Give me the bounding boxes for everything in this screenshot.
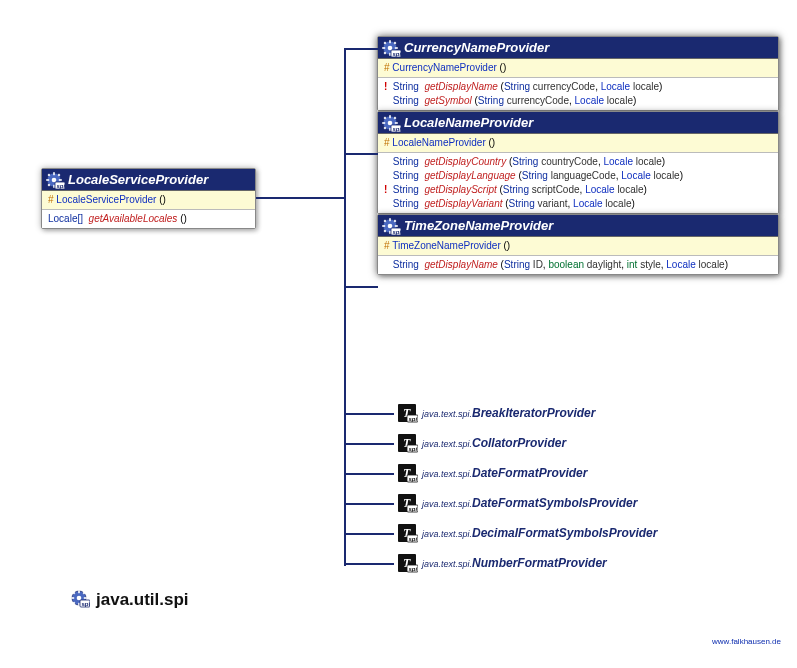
title-text: LocaleNameProvider [404,115,533,130]
methods-section: String getDisplayCountry (String country… [378,153,778,213]
external-ref-collator-provider[interactable]: java.text.spi.CollatorProvider [398,436,566,450]
gear-spi-icon [45,171,63,189]
title-text: CurrencyNameProvider [404,40,549,55]
class-currency-name-provider: CurrencyNameProvider # CurrencyNameProvi… [377,36,779,111]
package-label: java.util.spi [70,590,189,610]
connector-line [344,413,394,415]
external-ref-date-format-symbols-provider[interactable]: java.text.spi.DateFormatSymbolsProvider [398,496,637,510]
external-ref-date-format-provider[interactable]: java.text.spi.DateFormatProvider [398,466,587,480]
connector-line [344,153,378,155]
class-time-zone-name-provider: TimeZoneNameProvider # TimeZoneNameProvi… [377,214,779,275]
methods-section: String getDisplayName (String ID, boolea… [378,256,778,274]
methods-section: ! String getDisplayName (String currency… [378,78,778,110]
title-text: LocaleServiceProvider [68,172,208,187]
external-ref-break-iterator-provider[interactable]: java.text.spi.BreakIteratorProvider [398,406,595,420]
connector-line [344,286,378,288]
external-ref-number-format-provider[interactable]: java.text.spi.NumberFormatProvider [398,556,607,570]
class-title: LocaleNameProvider [378,112,778,134]
class-locale-service-provider: LocaleServiceProvider # LocaleServicePro… [41,168,256,229]
type-spi-icon [398,434,416,452]
type-spi-icon [398,554,416,572]
constructor-section: # TimeZoneNameProvider () [378,237,778,256]
type-spi-icon [398,494,416,512]
connector-line [344,48,378,50]
connector-line [256,197,346,199]
gear-spi-icon [70,589,88,607]
gear-spi-icon [381,217,399,235]
methods-section: Locale[] getAvailableLocales () [42,210,255,228]
gear-spi-icon [381,114,399,132]
class-title: CurrencyNameProvider [378,37,778,59]
class-title: LocaleServiceProvider [42,169,255,191]
class-locale-name-provider: LocaleNameProvider # LocaleNameProvider … [377,111,779,214]
children-group: CurrencyNameProvider # CurrencyNameProvi… [377,36,779,275]
credit-link[interactable]: www.falkhausen.de [712,637,781,646]
connector-line [344,533,394,535]
constructor-section: # CurrencyNameProvider () [378,59,778,78]
gear-spi-icon [381,39,399,57]
type-spi-icon [398,464,416,482]
connector-line [344,563,394,565]
connector-line [344,503,394,505]
connector-line [344,473,394,475]
connector-line [344,48,346,566]
class-title: TimeZoneNameProvider [378,215,778,237]
external-ref-decimal-format-symbols-provider[interactable]: java.text.spi.DecimalFormatSymbolsProvid… [398,526,657,540]
constructor-section: # LocaleNameProvider () [378,134,778,153]
title-text: TimeZoneNameProvider [404,218,553,233]
type-spi-icon [398,404,416,422]
type-spi-icon [398,524,416,542]
constructor-section: # LocaleServiceProvider () [42,191,255,210]
package-name: java.util.spi [96,590,189,609]
connector-line [344,443,394,445]
